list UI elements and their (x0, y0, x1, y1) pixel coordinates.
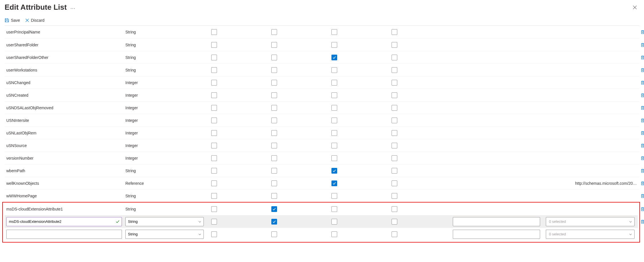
delete-row-button[interactable] (640, 30, 644, 34)
checkbox-col-1[interactable] (211, 206, 217, 212)
checkbox-col-3[interactable] (331, 155, 337, 161)
checkbox-col-2[interactable] (271, 219, 277, 225)
checkbox-col-4[interactable] (392, 118, 397, 123)
checkbox-col-4[interactable] (392, 92, 397, 98)
delete-row-button[interactable] (640, 143, 644, 148)
delete-row-button[interactable] (640, 131, 644, 135)
checkbox-col-3[interactable] (331, 29, 337, 35)
attribute-name-input[interactable] (6, 217, 122, 226)
discard-button-label: Discard (31, 18, 44, 23)
checkbox-col-3[interactable] (331, 67, 337, 73)
checkbox-col-2[interactable] (271, 42, 277, 48)
checkbox-col-1[interactable] (211, 29, 217, 35)
checkbox-col-1[interactable] (211, 155, 217, 161)
checkbox-col-3[interactable] (331, 42, 337, 48)
checkbox-col-4[interactable] (392, 42, 397, 48)
checkbox-col-4[interactable] (392, 105, 397, 111)
discard-button[interactable]: Discard (25, 18, 44, 23)
checkbox-col-4[interactable] (392, 193, 397, 199)
save-button[interactable]: Save (5, 18, 20, 23)
delete-row-button[interactable] (640, 43, 644, 47)
checkbox-col-2[interactable] (271, 155, 277, 161)
delete-row-button[interactable] (640, 118, 644, 123)
checkbox-col-2[interactable] (271, 168, 277, 174)
checkbox-col-4[interactable] (392, 130, 397, 136)
extra-value-input[interactable] (453, 230, 540, 239)
checkbox-col-3[interactable] (331, 180, 337, 186)
checkbox-col-3[interactable] (331, 143, 337, 148)
checkbox-col-4[interactable] (392, 206, 397, 212)
delete-row-button[interactable] (640, 207, 644, 211)
save-button-label: Save (11, 18, 20, 23)
checkbox-col-2[interactable] (271, 193, 277, 199)
checkbox-col-2[interactable] (271, 67, 277, 73)
delete-row-button[interactable] (640, 93, 644, 98)
delete-row-button[interactable] (640, 168, 644, 173)
checkbox-col-3[interactable] (331, 193, 337, 199)
checkbox-col-3[interactable] (331, 92, 337, 98)
delete-row-button[interactable] (640, 68, 644, 72)
checkbox-col-1[interactable] (211, 143, 217, 148)
checkbox-col-3[interactable] (331, 206, 337, 212)
checkbox-col-2[interactable] (271, 180, 277, 186)
checkbox-col-1[interactable] (211, 80, 217, 86)
checkbox-col-1[interactable] (211, 42, 217, 48)
checkbox-col-2[interactable] (271, 231, 277, 237)
multiselect-dropdown[interactable]: 0 selected (546, 230, 635, 239)
delete-row-button[interactable] (640, 181, 644, 186)
checkbox-col-4[interactable] (392, 180, 397, 186)
table-row: wellKnownObjectsReferencehttp://schemas.… (5, 177, 639, 189)
checkbox-col-3[interactable] (331, 80, 337, 86)
checkbox-col-1[interactable] (211, 92, 217, 98)
checkbox-col-1[interactable] (211, 231, 217, 237)
checkbox-col-3[interactable] (331, 55, 337, 60)
checkbox-col-1[interactable] (211, 105, 217, 111)
checkbox-col-2[interactable] (271, 143, 277, 148)
checkbox-col-2[interactable] (271, 29, 277, 35)
attribute-name-input[interactable] (6, 230, 122, 239)
checkbox-col-2[interactable] (271, 80, 277, 86)
checkbox-col-3[interactable] (331, 130, 337, 136)
extra-value-input[interactable] (453, 217, 540, 226)
attribute-type-cell: String (125, 55, 211, 60)
checkbox-col-1[interactable] (211, 55, 217, 60)
checkbox-col-4[interactable] (392, 67, 397, 73)
close-button[interactable] (630, 4, 639, 11)
checkbox-col-4[interactable] (392, 168, 397, 174)
checkbox-col-2[interactable] (271, 105, 277, 111)
checkbox-col-1[interactable] (211, 67, 217, 73)
more-options-icon[interactable]: … (70, 4, 76, 10)
checkbox-col-1[interactable] (211, 118, 217, 123)
attribute-type-select[interactable] (125, 230, 204, 239)
checkbox-col-1[interactable] (211, 180, 217, 186)
checkbox-col-3[interactable] (331, 105, 337, 111)
checkbox-col-4[interactable] (392, 80, 397, 86)
checkbox-col-3[interactable] (331, 118, 337, 123)
delete-row-button[interactable] (640, 194, 644, 198)
checkbox-col-2[interactable] (271, 206, 277, 212)
checkbox-col-3[interactable] (331, 168, 337, 174)
checkbox-col-2[interactable] (271, 92, 277, 98)
delete-row-button[interactable] (640, 219, 644, 224)
delete-row-button[interactable] (640, 80, 644, 85)
delete-row-button[interactable] (640, 106, 644, 110)
checkbox-col-4[interactable] (392, 219, 397, 225)
checkbox-col-1[interactable] (211, 193, 217, 199)
checkbox-col-4[interactable] (392, 55, 397, 60)
checkbox-col-4[interactable] (392, 29, 397, 35)
checkbox-col-2[interactable] (271, 130, 277, 136)
checkbox-col-4[interactable] (392, 155, 397, 161)
delete-row-button[interactable] (640, 55, 644, 60)
checkbox-col-3[interactable] (331, 219, 337, 225)
checkbox-col-3[interactable] (331, 231, 337, 237)
checkbox-col-4[interactable] (392, 143, 397, 148)
checkbox-col-1[interactable] (211, 168, 217, 174)
checkbox-col-1[interactable] (211, 219, 217, 225)
checkbox-col-4[interactable] (392, 231, 397, 237)
checkbox-col-2[interactable] (271, 118, 277, 123)
checkbox-col-2[interactable] (271, 55, 277, 60)
checkbox-col-1[interactable] (211, 130, 217, 136)
delete-row-button[interactable] (640, 156, 644, 160)
attribute-type-select[interactable] (125, 217, 204, 226)
multiselect-dropdown[interactable]: 0 selected (546, 217, 635, 226)
